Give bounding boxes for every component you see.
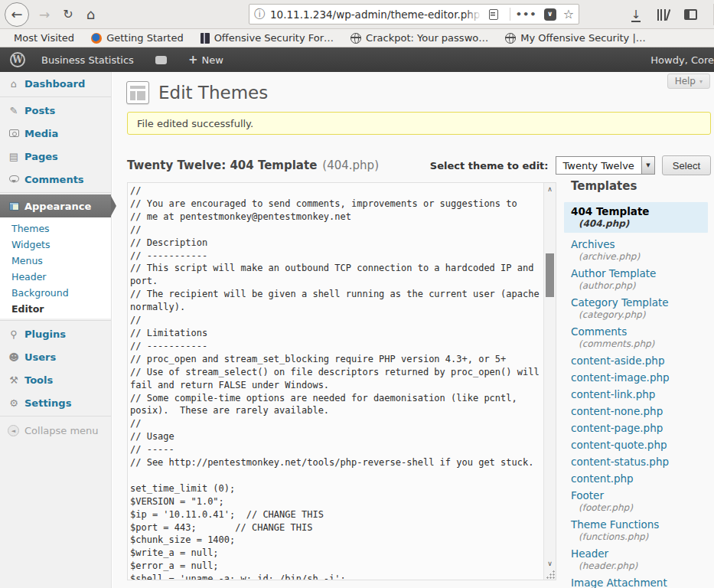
bookmark-item[interactable]: Most Visited: [9, 32, 74, 44]
template-link[interactable]: Header: [571, 548, 708, 560]
template-file-name: (author.php): [579, 281, 708, 291]
bookmark-item[interactable]: Getting Started: [91, 32, 184, 44]
admin-menu: ⌂Dashboard✎PostsMedia▤PagesCommentsAppea…: [0, 72, 112, 588]
submenu-item-background[interactable]: Background: [0, 285, 111, 301]
submenu-item-widgets[interactable]: Widgets: [0, 237, 111, 253]
template-link[interactable]: content-page.php: [571, 423, 708, 434]
template-link[interactable]: content-quote.php: [571, 439, 708, 451]
plus-icon: +: [188, 53, 198, 67]
template-link[interactable]: content-none.php: [571, 406, 708, 417]
template-link[interactable]: Archives: [571, 239, 708, 250]
template-link[interactable]: Category Template: [571, 297, 708, 309]
page-actions-icon[interactable]: •••: [516, 8, 537, 20]
dashboard-icon: ⌂: [6, 78, 21, 90]
select-theme-label: Select theme to edit:: [430, 160, 549, 172]
media-icon: [9, 129, 19, 137]
collapse-menu-button[interactable]: ◄Collapse menu: [0, 423, 111, 438]
page-title: Edit Themes: [158, 83, 268, 103]
help-button[interactable]: Help ▾: [667, 74, 710, 89]
submenu-item-editor[interactable]: Editor: [0, 301, 111, 317]
success-notice: File edited successfully.: [127, 112, 711, 135]
sidebar-item-posts[interactable]: ✎Posts: [0, 99, 111, 122]
template-link[interactable]: 404 Template: [571, 206, 702, 217]
theme-select[interactable]: Twenty Twelve ▼: [556, 156, 655, 175]
sidebar-item-users[interactable]: ☻Users: [0, 345, 111, 368]
template-link[interactable]: Author Template: [571, 268, 708, 279]
url-bar[interactable]: ⓘ 10.11.1.234/wp-admin/theme-editor.php?…: [249, 4, 579, 24]
scroll-down-icon[interactable]: ∨: [544, 559, 556, 569]
screen: ← → ↻ ⌂ ⓘ 10.11.1.234/wp-admin/theme-edi…: [0, 0, 714, 588]
template-link[interactable]: content-image.php: [571, 372, 708, 384]
library-icon[interactable]: [657, 9, 668, 21]
sidebar-item-comments[interactable]: Comments: [0, 168, 111, 191]
site-name-link[interactable]: Business Statistics: [41, 54, 134, 66]
submenu-item-menus[interactable]: Menus: [0, 253, 111, 269]
template-link[interactable]: Footer: [571, 490, 708, 501]
sidebar-item-appearance[interactable]: Appearance: [0, 194, 111, 217]
template-item: Archives(archive.php): [564, 239, 708, 262]
sidebar-item-label: Tools: [24, 374, 53, 386]
pocket-icon[interactable]: ∨: [544, 8, 556, 21]
template-link[interactable]: Image Attachment Template: [571, 577, 708, 588]
reader-mode-icon[interactable]: [489, 9, 498, 20]
resize-grip[interactable]: [546, 570, 555, 579]
home-button[interactable]: ⌂: [86, 6, 95, 22]
bookmark-item[interactable]: My Offensive Security |…: [505, 32, 646, 44]
template-link[interactable]: content.php: [571, 473, 708, 485]
file-title-bar: Twenty Twelve: 404 Template (404.php) Se…: [127, 155, 711, 176]
template-item: content-status.php: [564, 456, 708, 468]
editor-scrollbar[interactable]: ∧ ∨: [543, 183, 556, 580]
bookmark-label: Offensive Security For…: [214, 32, 334, 44]
template-file-name: (comments.php): [579, 339, 708, 349]
bookmark-star-icon[interactable]: ☆: [563, 7, 574, 21]
code-content[interactable]: // // You are encouraged to send comment…: [128, 183, 543, 580]
sidebar-item-label: Media: [24, 128, 58, 139]
sidebar-item-label: Settings: [24, 397, 71, 409]
sidebar-toggle-icon[interactable]: [684, 9, 697, 20]
globe-icon: [505, 33, 516, 44]
submenu-item-header[interactable]: Header: [0, 269, 111, 285]
sidebar-item-pages[interactable]: ▤Pages: [0, 145, 111, 168]
new-content-button[interactable]: + New: [188, 53, 223, 67]
site-info-icon[interactable]: ⓘ: [254, 8, 265, 21]
sidebar-item-settings[interactable]: ⚙Settings: [0, 391, 111, 414]
template-link[interactable]: content-aside.php: [571, 355, 708, 367]
template-item: content.php: [564, 473, 708, 485]
sidebar-item-media[interactable]: Media: [0, 122, 111, 145]
downloads-icon[interactable]: ↓: [631, 8, 641, 21]
howdy-account-link[interactable]: Howdy, Core: [650, 54, 714, 66]
bookmark-item[interactable]: Crackpot: Your passwo…: [350, 32, 488, 44]
edited-file-name: (404.php): [322, 158, 379, 172]
sidebar-item-label: Pages: [24, 151, 58, 162]
reload-button[interactable]: ↻: [63, 7, 73, 21]
wordpress-logo-icon: W: [10, 52, 25, 67]
theme-code-editor[interactable]: // // You are encouraged to send comment…: [127, 182, 556, 580]
main-content: Help ▾ Edit Themes File edited successfu…: [112, 72, 714, 588]
sidebar-item-tools[interactable]: ⚒Tools: [0, 368, 111, 391]
scroll-up-icon[interactable]: ∧: [544, 185, 556, 194]
appearance-submenu: ThemesWidgetsMenusHeaderBackgroundEditor: [0, 217, 111, 318]
submenu-item-themes[interactable]: Themes: [0, 220, 111, 237]
bookmark-item[interactable]: Offensive Security For…: [201, 32, 334, 44]
template-link[interactable]: Comments: [571, 326, 708, 338]
wp-logo[interactable]: W: [0, 52, 35, 67]
template-link[interactable]: Theme Functions: [571, 519, 708, 531]
sidebar-item-plugins[interactable]: ⚲Plugins: [0, 322, 111, 345]
template-link[interactable]: content-link.php: [571, 389, 708, 400]
sidebar-item-dashboard[interactable]: ⌂Dashboard: [0, 72, 111, 95]
posts-icon: ✎: [6, 105, 21, 116]
templates-panel: Templates 404 Template(404.php)Archives(…: [564, 179, 714, 588]
back-button[interactable]: ←: [5, 2, 29, 27]
forward-button[interactable]: →: [39, 7, 50, 22]
scrollbar-thumb[interactable]: [546, 253, 554, 297]
sidebar-item-label: Users: [24, 351, 56, 363]
template-link[interactable]: content-status.php: [571, 456, 708, 468]
menu-separator: [0, 192, 111, 193]
comments-bubble-button[interactable]: [155, 56, 167, 64]
tools-icon: ⚒: [6, 374, 21, 386]
select-theme-button[interactable]: Select: [662, 155, 711, 175]
template-file-name: (archive.php): [579, 252, 708, 262]
url-text-wrap: 10.11.1.234/wp-admin/theme-editor.php?fi…: [270, 7, 484, 21]
chevron-down-icon: ▾: [699, 78, 703, 85]
template-item: Comments(comments.php): [564, 326, 708, 349]
